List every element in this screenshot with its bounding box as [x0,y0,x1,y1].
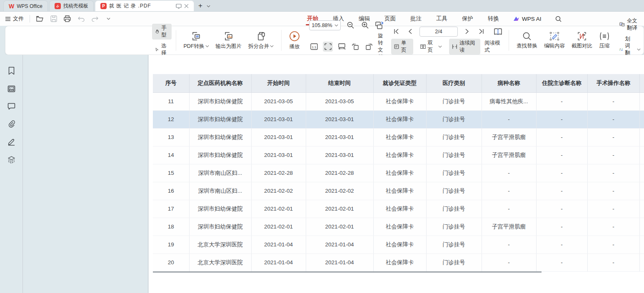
next-page-icon [465,29,469,34]
actual-size-button[interactable]: 1:1 [309,42,319,52]
fit-width-button[interactable] [337,42,347,52]
table-cell: 深圳市妇幼保健院 [189,92,251,110]
tab-list-chevron-icon[interactable] [207,2,210,9]
toolbar: 手型 选择 W PDF转换 输出为图片 拆分合并 播放 105.88% [5,26,644,55]
table-cell: - [587,128,639,146]
images-panel-icon[interactable] [7,85,15,92]
table-cell: 社会保障卡 [373,128,426,146]
signature-panel-icon[interactable] [7,138,15,146]
ribbon-tab-tools[interactable]: 工具 [435,12,448,25]
last-page-button[interactable] [476,27,486,37]
tab-wps-office[interactable]: W WPS Office [3,0,48,11]
zoom-in-button[interactable] [360,20,370,30]
page-number-input[interactable]: 2/4 [419,27,458,37]
close-tab-icon[interactable] [184,4,189,8]
rotate-pages-button[interactable] [374,20,384,30]
more-history-chevron-icon[interactable] [105,15,112,23]
table-cell: 门诊挂号 [426,236,482,253]
table-cell [639,110,644,128]
find-replace-button[interactable]: 查找替换 [513,30,541,51]
save-icon[interactable] [50,15,57,23]
chevron-down-icon [637,48,641,51]
fit-page-button[interactable] [323,42,333,52]
svg-text:文: 文 [619,48,621,50]
table-cell: - [482,182,536,200]
ribbon-search-icon[interactable] [554,15,562,23]
medical-records-table: 序号定点医药机构名称开始时间结束时间就诊凭证类型医疗类别病种名称住院主诊断名称手… [153,74,644,272]
screenshot-compare-button[interactable]: 截图对比 [568,30,596,51]
table-cell: - [536,200,587,218]
navigation-panel[interactable] [23,55,148,293]
book-view-button[interactable] [493,27,503,37]
table-cell: - [536,92,587,110]
prev-page-icon [408,29,412,34]
table-row: 14深圳市妇幼保健院2021-03-012021-03-01社会保障卡门诊挂号子… [153,146,644,164]
prev-page-button[interactable] [405,27,415,37]
table-row: 15深圳市南山区妇...2021-02-282021-02-28社会保障卡门诊挂… [153,164,644,182]
redo-icon[interactable] [91,15,99,23]
file-menu-button[interactable]: 文件 [5,15,24,22]
table-row: 11深圳市妇幼保健院2021-03-052021-03-05社会保障卡门诊挂号病… [153,92,644,110]
continuous-read-button[interactable]: 连续阅读 [449,39,480,55]
single-page-button[interactable]: 单页 [391,39,413,55]
rotate-left-button[interactable] [350,42,360,52]
zoom-out-button[interactable] [345,20,355,30]
compress-button[interactable]: 压缩 [596,30,613,51]
new-tab-button[interactable]: + [198,2,202,9]
svg-text:A: A [622,49,623,51]
rotate-right-button[interactable] [364,42,374,52]
pdf-page[interactable]: 序号定点医药机构名称开始时间结束时间就诊凭证类型医疗类别病种名称住院主诊断名称手… [149,55,644,293]
open-folder-icon[interactable] [36,15,44,23]
table-cell: - [482,164,536,182]
tab-document[interactable]: P 就 医 记 录 .PDF [95,0,194,11]
zoom-level-select[interactable]: 105.88% [309,20,341,30]
divider [30,15,30,22]
ribbon-tab-protect[interactable]: 保护 [461,12,474,25]
side-tool-strip [0,55,23,293]
hand-tool-button[interactable]: 手型 [152,24,172,40]
comments-panel-icon[interactable] [7,103,15,110]
double-page-label: 双页 [428,40,436,54]
present-monitor-icon[interactable] [176,4,182,9]
read-mode-button[interactable]: 阅读模式 [484,40,503,54]
pdf-convert-button[interactable]: W PDF转换 [180,30,212,51]
full-translate-button[interactable]: A字 全文翻译 [617,17,644,32]
single-page-icon [394,44,399,50]
table-header-cell: 住院主诊断名称 [536,74,587,92]
table-cell: 18 [153,218,189,236]
play-icon [289,31,300,42]
table-cell [639,182,644,200]
zoom-level-value: 105.88% [312,22,332,28]
pdf-convert-label: PDF转换 [184,43,205,50]
table-header-cell: 结束时间 [306,74,373,92]
split-merge-button[interactable]: 拆分合并 [245,30,277,51]
ribbon-tab-page[interactable]: 页面 [384,12,397,25]
export-image-button[interactable]: 输出为图片 [212,30,245,51]
ribbon-tab-comment[interactable]: 批注 [409,12,422,25]
document-workspace: 序号定点医药机构名称开始时间结束时间就诊凭证类型医疗类别病种名称住院主诊断名称手… [0,55,644,293]
svg-text:字: 字 [622,23,624,26]
edit-content-button[interactable]: 编辑内容 [541,30,568,51]
table-cell: - [482,110,536,128]
table-cell: - [536,164,587,182]
attachments-panel-icon[interactable] [7,120,15,128]
hand-icon [155,28,159,35]
svg-text:W: W [196,35,199,38]
first-page-button[interactable] [391,27,401,37]
wps-ai-button[interactable]: WPS AI [513,16,542,22]
play-button[interactable]: 播放 [286,30,303,52]
table-cell: 12 [153,110,189,128]
next-page-button[interactable] [462,27,472,37]
first-page-icon [394,29,399,34]
pdf-file-icon: P [100,3,107,9]
ribbon-tab-convert[interactable]: 转换 [487,12,500,25]
table-cell: 2021-03-01 [251,146,306,164]
export-image-icon [224,31,234,41]
undo-icon[interactable] [77,15,85,23]
double-page-button[interactable]: 双页 [417,39,445,55]
print-icon[interactable] [63,15,71,23]
bookmarks-panel-icon[interactable] [8,67,15,75]
table-cell: 2021-01-04 [251,236,306,253]
layers-panel-icon[interactable] [7,156,15,164]
tab-template[interactable]: 找稿壳模板 [49,0,94,11]
